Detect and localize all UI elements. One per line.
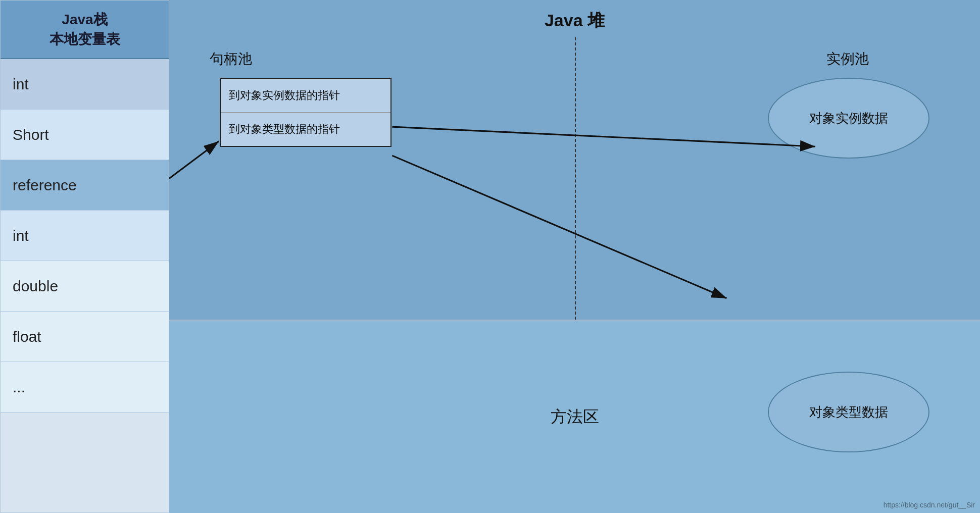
svg-line-4 — [392, 156, 726, 298]
upper-section: 句柄池 实例池 到对象实例数据的指针 到对象类型数据的指针 对象实例数据 — [169, 37, 980, 321]
stack-item-int1: int — [1, 59, 169, 110]
stack-item-etc: ... — [1, 362, 169, 413]
instance-pool-label: 实例池 — [826, 49, 869, 69]
svg-line-2 — [169, 141, 219, 179]
stack-item-float: float — [1, 312, 169, 362]
handle-pool-label: 句柄池 — [210, 49, 252, 69]
right-panel: Java 堆 句柄池 实例池 到对象实例数据的指针 到对象类型数据的指针 对象实… — [169, 0, 980, 513]
stack-item-reference: reference — [1, 160, 169, 211]
handle-row-type: 到对象类型数据的指针 — [221, 113, 390, 146]
svg-line-3 — [392, 127, 815, 146]
lower-section: 方法区 对象类型数据 — [169, 321, 980, 513]
handle-box: 到对象实例数据的指针 到对象类型数据的指针 — [220, 78, 391, 147]
stack-item-double: double — [1, 261, 169, 312]
stack-item-int2: int — [1, 211, 169, 261]
stack-item-short: Short — [1, 110, 169, 160]
java-heap-title: Java 堆 — [169, 0, 980, 37]
method-area-label: 方法区 — [551, 406, 599, 428]
instance-data-ellipse: 对象实例数据 — [768, 78, 929, 159]
type-data-ellipse: 对象类型数据 — [768, 372, 929, 452]
dashed-divider — [575, 37, 576, 320]
left-panel: Java栈 本地变量表 int Short reference int doub… — [0, 0, 169, 513]
left-panel-header: Java栈 本地变量表 — [1, 1, 169, 59]
handle-row-instance: 到对象实例数据的指针 — [221, 79, 390, 113]
watermark: https://blog.csdn.net/gut__Sir — [884, 501, 975, 509]
